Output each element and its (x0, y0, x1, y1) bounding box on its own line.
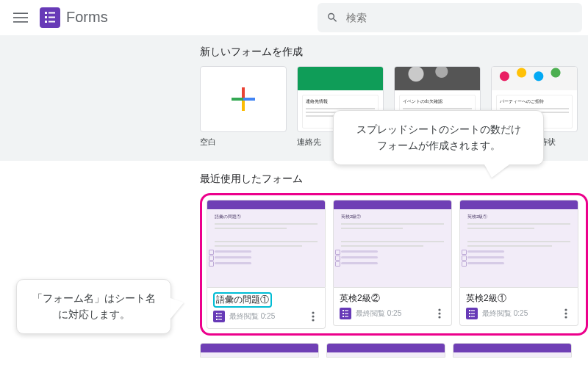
app-header: Forms (0, 0, 588, 35)
svg-point-19 (312, 311, 314, 314)
svg-rect-26 (343, 316, 344, 317)
svg-rect-34 (471, 313, 475, 314)
form-last-opened: 最終閲覧 0:25 (356, 308, 429, 319)
svg-rect-2 (13, 21, 28, 23)
annotation-text: フォームが作成されます。 (347, 137, 530, 153)
svg-rect-14 (218, 313, 222, 314)
annotation-callout-2: 「フォーム名」はシート名 に対応します。 (16, 279, 171, 334)
search-input[interactable] (346, 12, 573, 23)
svg-rect-27 (345, 316, 348, 316)
form-card[interactable]: 語彙の問題① (453, 343, 572, 358)
form-more-button[interactable] (560, 308, 572, 319)
svg-rect-16 (218, 316, 222, 316)
svg-rect-12 (232, 98, 243, 101)
main-menu-button[interactable] (6, 3, 35, 32)
templates-section-title: 新しいフォームを作成 (200, 46, 588, 59)
form-last-opened: 最終閲覧 0:25 (229, 311, 303, 322)
template-blank[interactable]: 空白 (200, 66, 287, 148)
svg-rect-23 (345, 310, 348, 311)
svg-rect-4 (49, 12, 55, 13)
search-bar[interactable] (318, 3, 582, 32)
form-name: 英検2級① (466, 292, 572, 305)
search-icon (326, 11, 339, 24)
svg-rect-35 (469, 316, 470, 317)
template-thumb-title: 連絡先情報 (306, 98, 375, 105)
svg-rect-17 (216, 319, 218, 320)
svg-point-28 (438, 308, 440, 311)
annotation-text: スプレッドシートのシートの数だけ (347, 121, 530, 137)
annotation-text: 「フォーム名」はシート名 (30, 290, 157, 306)
forms-file-icon (466, 308, 478, 319)
form-last-opened: 最終閲覧 0:25 (482, 308, 556, 319)
svg-rect-24 (343, 313, 344, 314)
form-name: 英検2級② (340, 292, 445, 305)
svg-rect-10 (242, 87, 245, 99)
form-card[interactable]: 語彙の問題① 語彙の問題① 最終閲覧 0:25 (207, 200, 326, 329)
svg-rect-32 (471, 310, 475, 311)
forms-logo[interactable] (40, 7, 60, 28)
form-more-button[interactable] (307, 311, 319, 322)
more-vert-icon (438, 308, 441, 319)
svg-point-37 (564, 308, 567, 311)
svg-point-21 (312, 319, 314, 321)
svg-rect-1 (13, 17, 28, 18)
form-more-button[interactable] (434, 308, 445, 319)
form-card[interactable] (326, 343, 445, 358)
svg-rect-22 (343, 310, 344, 311)
svg-point-30 (438, 316, 440, 318)
forms-logo-icon (45, 11, 55, 24)
svg-point-38 (564, 312, 567, 314)
form-card[interactable]: 英検2級② 英検2級② 最終閲覧 0:25 (333, 200, 452, 329)
svg-rect-33 (469, 313, 470, 314)
svg-point-29 (438, 312, 440, 314)
svg-point-39 (564, 316, 567, 318)
form-thumb-title: 英検2級② (208, 357, 311, 358)
svg-rect-18 (218, 319, 222, 319)
more-vert-icon (564, 308, 567, 319)
form-thumb-title: 語彙の問題① (461, 357, 564, 358)
form-card[interactable]: 英検2級① 英検2級① 最終閲覧 0:25 (459, 200, 578, 329)
svg-rect-6 (49, 16, 55, 18)
app-title: Forms (66, 9, 108, 26)
svg-rect-25 (345, 313, 348, 314)
svg-rect-5 (45, 16, 47, 18)
form-name: 語彙の問題① (213, 292, 319, 308)
plus-icon (201, 67, 286, 131)
recent-section-title: 最近使用したフォーム (200, 173, 588, 186)
form-thumb-title: 英検2級① (467, 214, 570, 220)
forms-file-icon (213, 311, 225, 322)
annotation-callout-1: スプレッドシートのシートの数だけ フォームが作成されます。 (333, 110, 544, 165)
svg-rect-15 (216, 316, 218, 317)
form-thumb-title: 語彙の問題① (215, 214, 318, 220)
svg-rect-7 (45, 21, 47, 23)
form-thumb-title: 英検2級② (341, 214, 444, 220)
forms-file-icon (340, 308, 351, 319)
menu-icon (13, 10, 28, 25)
svg-rect-0 (13, 12, 28, 14)
svg-point-20 (312, 315, 314, 317)
annotation-highlight-box: 語彙の問題① 語彙の問題① 最終閲覧 0:25 英検2級② 英検2級② (200, 193, 588, 336)
form-card[interactable]: 英検2級② (200, 343, 319, 358)
template-label: 空白 (200, 137, 287, 148)
recent-section: 最近使用したフォーム 語彙の問題① 語彙の問題① 最終閲覧 0:25 (0, 161, 588, 369)
svg-rect-13 (216, 313, 218, 314)
annotation-name-highlight: 語彙の問題① (213, 292, 272, 308)
annotation-text: に対応します。 (30, 306, 157, 322)
template-thumb-title: パーティーへのご招待 (500, 98, 569, 105)
svg-rect-3 (45, 12, 47, 14)
more-vert-icon (312, 311, 315, 322)
svg-rect-31 (469, 310, 470, 311)
template-thumb-title: イベントの出欠確認 (403, 98, 472, 105)
svg-rect-36 (471, 316, 475, 316)
svg-rect-8 (49, 21, 55, 22)
recent-row-2: 英検2級② 語彙の問題① (200, 343, 588, 358)
